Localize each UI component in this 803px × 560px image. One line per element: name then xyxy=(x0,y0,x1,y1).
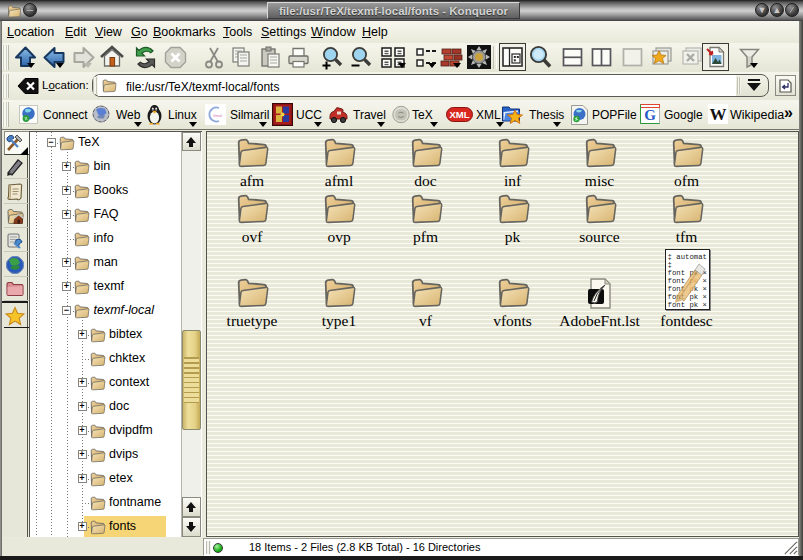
svg-text:G: G xyxy=(644,107,656,123)
svg-text:Gmail: Gmail xyxy=(213,114,222,118)
svg-text:XML: XML xyxy=(449,109,469,120)
svg-text:W: W xyxy=(710,105,727,124)
